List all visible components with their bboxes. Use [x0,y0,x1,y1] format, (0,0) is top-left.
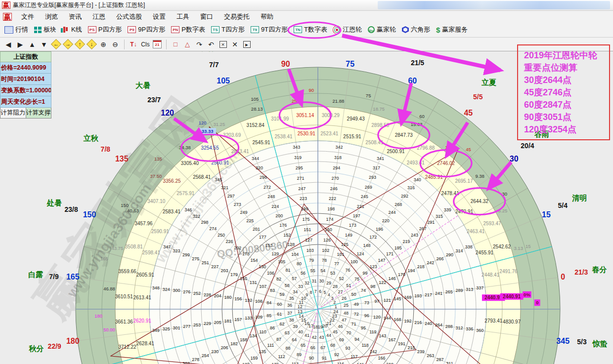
wheel-number: 135 [259,349,266,354]
rotate-cw-icon[interactable]: ↷ [194,39,205,50]
degree-ring-label: 15 [525,243,531,249]
wheel-number: 141 [357,362,364,364]
calc-support-button[interactable]: 计算支撑 [26,108,52,119]
solar-term-label: 大暑 [135,81,150,89]
zoom-in-icon[interactable]: ⊕ [98,39,109,50]
step-down-icon[interactable]: ↓ [86,39,97,50]
wheel-number: 131 [250,280,257,285]
time-axis-icon[interactable]: T↓ [128,39,139,50]
wheel-number: 156 [234,296,242,301]
wheel-number: 263 [427,353,434,358]
wheel-number: 1 [335,304,337,309]
menu-item-tools[interactable]: 工具 [171,12,195,21]
wheel-number: 276 [183,289,190,294]
wheel-number: 341 [377,156,384,161]
outer-price-label: 4830.97 [503,319,521,324]
p-table-button[interactable]: PNP数字表 [169,24,209,35]
rotate-ccw-icon[interactable]: ↶ [206,39,217,50]
percent-label: 3.13 [514,245,523,251]
menu-item-browse[interactable]: 浏览 [40,12,63,21]
wheel-number: 79 [309,258,314,263]
t-table-button[interactable]: TNT数字表 [291,24,331,35]
wheel-number: 55 [310,268,315,273]
wheel-number: 47 [342,318,347,323]
sectors-button[interactable]: 板块 [32,24,60,35]
wheel-number: 343 [293,145,300,150]
calendar-icon[interactable]: 21 [152,39,163,50]
hexagon-button[interactable]: 六角形 [399,24,434,35]
outer-degree-label: 105 [217,77,230,85]
menu-item-settings[interactable]: 设置 [147,12,171,21]
kline-button[interactable]: K线 [60,24,86,35]
winner-service-button[interactable]: $赢家服务 [434,24,471,35]
inner-price-label: 2575.91 [176,191,195,196]
outer-degree-label: 60 [408,77,417,85]
9p-square-button[interactable]: P99P四方形 [125,24,169,35]
t-square-button[interactable]: TST四方形 [209,24,248,35]
wheel-number: 30 [319,279,324,283]
menu-item-formula-stock-pick[interactable]: 公式选股 [111,12,147,21]
p9-badge-icon: P9 [128,26,136,33]
calc-resistance-button[interactable]: 计算阻力 [0,108,26,119]
menu-item-news[interactable]: 资讯 [63,12,87,21]
delete-box-icon[interactable]: × [218,39,228,50]
zoom-out-icon[interactable]: ⊖ [110,39,121,50]
wheel-number: 201 [253,227,260,232]
wheel-number: 159 [251,356,258,361]
menu-item-trade-entrust[interactable]: 交易委托 [219,12,255,21]
wheel-number: 336 [466,326,473,331]
wheel-number: 278 [192,357,199,362]
outer-price-label: 2440.91 [503,294,521,299]
wheel-number: 56 [301,271,306,276]
wheel-number: 272 [263,185,271,190]
step-left-icon[interactable]: ← [50,39,61,50]
select-tool-icon[interactable]: ▸ [241,39,252,50]
inner-price-label: 2545.91 [252,140,270,145]
menu-item-window[interactable]: 窗口 [195,12,219,21]
outer-price-label: 3101.99 [271,116,289,121]
triangle-tool-icon[interactable]: △ [182,39,193,50]
menu-item-file[interactable]: 文件 [16,12,40,21]
rect-tool-icon[interactable]: □ [170,39,181,50]
scale-cross-icon[interactable]: ✕ [229,39,240,50]
wheel-number: 240 [425,321,432,326]
solar-term-label: 春分 [591,265,607,274]
percent-label: 15.63 [411,121,423,127]
percent-label: 9.38 [475,173,484,179]
background-window-artifact [378,1,610,9]
wheel-number: 248 [267,194,275,199]
wheel-number: 101 [337,252,345,257]
wheel-number: 271 [297,176,305,181]
pan-down-icon[interactable]: ▼ [39,39,49,50]
wheel-number: 25 [344,303,349,308]
menu-item-gann[interactable]: 江恩 [87,12,111,21]
step-up-icon[interactable]: ↑ [74,39,85,50]
wheel-number: 142 [370,349,377,354]
t9-badge-icon: T9 [251,26,259,33]
step-right-icon[interactable]: → [62,39,73,50]
wheel-number: 121 [384,298,391,303]
winner-wheel-button[interactable]: Big赢家轮 [365,24,399,35]
wheel-number: 12 [298,304,303,309]
quotes-button[interactable]: 行情 [2,24,32,35]
wheel-number: 41 [305,333,309,338]
p-square-button[interactable]: PSP四方形 [86,24,126,35]
wheel-number: 338 [465,244,473,249]
wheel-number: 291 [427,220,435,225]
wheel-number: 81 [285,268,290,273]
wheel-number: 40 [298,329,303,334]
menu-item-help[interactable]: 帮助 [255,12,279,21]
pan-left-icon[interactable]: ◀ [3,39,14,50]
pan-right-icon[interactable]: ▶ [15,39,26,50]
wheel-number: 314 [455,248,463,253]
percent-label: 46.88 [103,286,115,291]
gann-wheel-button[interactable]: 江恩轮 [331,24,365,35]
pan-up-icon[interactable]: ▲ [27,39,38,50]
wheel-number: 73 [364,300,369,305]
9t-square-button[interactable]: T99T四方形 [248,24,291,35]
wheel-number: 216 [414,320,422,325]
cls-button[interactable]: Cls [140,39,151,50]
wheel-number: 112 [278,354,285,359]
wheel-number: 348 [152,285,160,290]
outer-price-label: 3559.66 [118,269,136,274]
